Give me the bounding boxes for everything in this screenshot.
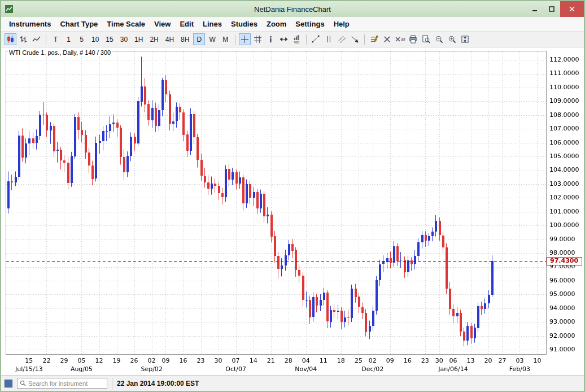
delete-all-label: all	[401, 37, 405, 41]
menu-studies[interactable]: Studies	[226, 18, 262, 30]
maximize-button[interactable]	[543, 1, 560, 17]
menu-view[interactable]: View	[150, 18, 175, 30]
instrument-color-swatch	[5, 380, 12, 387]
timeframe-10-button[interactable]: 10	[89, 33, 102, 45]
print-icon-button[interactable]	[407, 33, 419, 45]
timeframe-1-button[interactable]: 1	[63, 33, 75, 45]
volume-icon-button[interactable]: vol	[291, 33, 303, 45]
statusbar: 22 Jan 2014 19:00:00 EST	[1, 375, 584, 391]
timeframe-8h-button[interactable]: 8H	[178, 33, 192, 45]
delete-all-icon-button[interactable]: all	[394, 33, 406, 45]
search-box	[17, 378, 107, 389]
menu-time-scale[interactable]: Time Scale	[102, 18, 150, 30]
menu-lines[interactable]: Lines	[198, 18, 226, 30]
app-window: NetDania FinanceChart InstrumentsChart T…	[0, 0, 585, 392]
minimize-button[interactable]	[526, 1, 543, 17]
chart-panel: WTI Crude 1. pos., Daily, # 140 / 300	[1, 47, 584, 375]
trend-channel-icon-button[interactable]	[336, 33, 348, 45]
menu-instruments[interactable]: Instruments	[5, 18, 55, 30]
timeframe-15-button[interactable]: 15	[103, 33, 116, 45]
status-timestamp: 22 Jan 2014 19:00:00 EST	[117, 380, 199, 387]
app-icon	[5, 5, 14, 14]
trend-line-icon-button[interactable]	[310, 33, 322, 45]
window-title: NetDania FinanceChart	[1, 5, 584, 14]
line-properties-icon-button[interactable]	[368, 33, 380, 45]
toolbar-separator	[235, 34, 235, 45]
line-chart-icon-button[interactable]	[30, 33, 42, 45]
menubar: InstrumentsChart TypeTime ScaleViewEditL…	[1, 17, 584, 32]
toolbar-separator	[306, 34, 307, 45]
zoom-out-icon-button[interactable]	[433, 33, 445, 45]
print-preview-icon-button[interactable]	[420, 33, 432, 45]
info-icon-button[interactable]	[265, 33, 277, 45]
ohlc-bar-chart-icon-button[interactable]	[18, 33, 29, 45]
window-controls	[526, 1, 584, 17]
price-chart-canvas[interactable]	[2, 48, 583, 374]
zoom-y-axis-icon-button[interactable]	[459, 33, 471, 45]
delete-icon-button[interactable]	[381, 33, 393, 45]
candlestick-chart-icon-button[interactable]	[5, 33, 16, 45]
timeframe-5-button[interactable]: 5	[76, 33, 88, 45]
close-button[interactable]	[560, 1, 584, 17]
timeframe-m-button[interactable]: M	[220, 33, 232, 45]
timeframe-30-button[interactable]: 30	[117, 33, 130, 45]
toolbar: T151015301H2H4H8HDWMvolall	[1, 32, 584, 47]
crosshair-icon-button[interactable]	[239, 33, 251, 45]
titlebar[interactable]: NetDania FinanceChart	[1, 1, 584, 17]
timeframe-4h-button[interactable]: 4H	[163, 33, 177, 45]
volume-label: vol	[294, 40, 299, 44]
timeframe-1h-button[interactable]: 1H	[132, 33, 146, 45]
menu-help[interactable]: Help	[329, 18, 354, 30]
timeframe-t-button[interactable]: T	[50, 33, 62, 45]
toolbar-separator	[46, 34, 46, 45]
vertical-lines-icon-button[interactable]	[323, 33, 335, 45]
menu-chart-type[interactable]: Chart Type	[55, 18, 102, 30]
toolbar-separator	[364, 34, 365, 45]
grid-icon-button[interactable]	[252, 33, 264, 45]
arrow-ray-icon-button[interactable]	[349, 33, 361, 45]
menu-settings[interactable]: Settings	[291, 18, 329, 30]
timeframe-d-button[interactable]: D	[193, 33, 205, 45]
menu-edit[interactable]: Edit	[175, 18, 198, 30]
statusbar-separator	[112, 378, 112, 389]
timeframe-w-button[interactable]: W	[206, 33, 218, 45]
expand-horizontal-icon-button[interactable]	[278, 33, 290, 45]
search-icon	[20, 380, 26, 386]
search-input[interactable]	[28, 380, 104, 387]
zoom-in-icon-button[interactable]	[446, 33, 458, 45]
timeframe-2h-button[interactable]: 2H	[147, 33, 161, 45]
menu-zoom[interactable]: Zoom	[262, 18, 291, 30]
instrument-label: WTI Crude 1. pos., Daily, # 140 / 300	[8, 49, 112, 56]
